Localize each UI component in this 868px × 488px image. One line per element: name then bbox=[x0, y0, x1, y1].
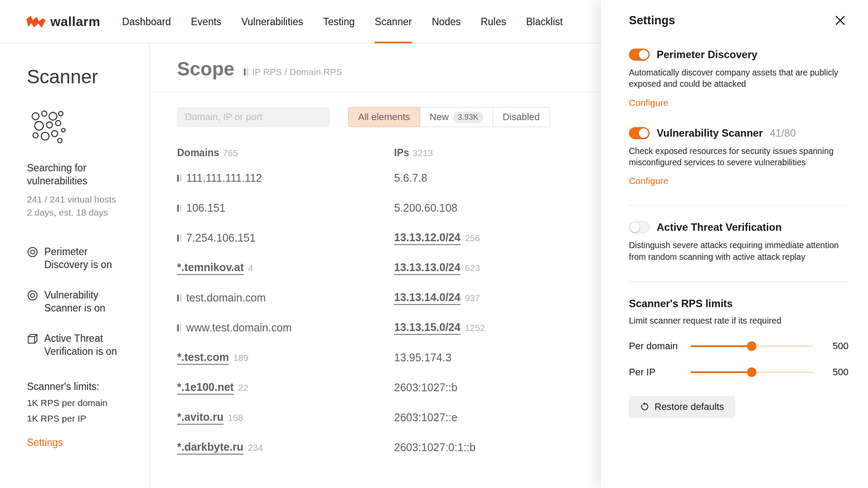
nav-item-rules[interactable]: Rules bbox=[480, 0, 506, 43]
slider-label: Per domain bbox=[629, 341, 686, 352]
settings-section-vulnerability-scanner: Vulnerability Scanner 41/80 Check expose… bbox=[629, 127, 848, 187]
section-counter: 41/80 bbox=[770, 127, 796, 139]
sidebar-item-perimeter-discovery-is-on: Perimeter Discovery is on bbox=[27, 246, 131, 272]
configure-link[interactable]: Configure bbox=[629, 98, 668, 108]
slider-fill bbox=[690, 371, 752, 373]
nav-item-events[interactable]: Events bbox=[191, 0, 221, 43]
sidebar-title: Scanner bbox=[27, 66, 137, 88]
slider-knob[interactable] bbox=[747, 341, 756, 351]
page-title: Scope bbox=[177, 58, 234, 80]
domain-row[interactable]: *.temnikov.at4 bbox=[177, 253, 394, 283]
row-count: 4 bbox=[248, 263, 253, 273]
ip-label: 13.13.13.0/24 bbox=[394, 261, 460, 275]
nav-item-blacklist[interactable]: Blacklist bbox=[526, 0, 562, 43]
wallarm-logo[interactable]: wallarm bbox=[26, 0, 100, 43]
domains-title: Domains bbox=[177, 147, 219, 158]
rings-icon bbox=[27, 290, 38, 315]
perimeter-discovery-toggle[interactable] bbox=[629, 49, 650, 61]
domain-label: www.test.domain.com bbox=[186, 321, 292, 334]
slider-knob[interactable] bbox=[747, 367, 756, 377]
settings-panel-header: Settings bbox=[629, 12, 848, 29]
ip-row[interactable]: 13.13.14.0/24937 bbox=[394, 283, 601, 313]
ip-label: 5.6.7.8 bbox=[394, 172, 427, 184]
per-domain-slider[interactable] bbox=[690, 341, 813, 351]
sidebar-item-label: Vulnerability Scanner is on bbox=[44, 289, 131, 315]
active-threat-verification-toggle[interactable] bbox=[629, 221, 650, 233]
domain-label: 7.254.106.151 bbox=[186, 232, 256, 244]
ip-row[interactable]: 5.200.60.108 bbox=[394, 193, 601, 223]
rps-slider-row: Per IP 500 bbox=[629, 367, 848, 378]
settings-title: Settings bbox=[629, 14, 675, 27]
row-count: 22 bbox=[238, 383, 248, 393]
cube-icon bbox=[27, 333, 38, 358]
close-button[interactable] bbox=[832, 12, 848, 29]
toggle-knob bbox=[639, 50, 648, 59]
configure-link[interactable]: Configure bbox=[629, 176, 668, 186]
domain-row[interactable]: *.1e100.net22 bbox=[177, 373, 394, 403]
toggle-knob bbox=[639, 128, 648, 138]
brand-name: wallarm bbox=[50, 14, 100, 29]
sidebar-item-label: Active Threat Verification is on bbox=[44, 332, 131, 358]
sidebar-item-active-threat-verification-is-on: Active Threat Verification is on bbox=[27, 332, 131, 358]
ip-row[interactable]: 2603:1027::e bbox=[394, 403, 601, 432]
restore-defaults-button[interactable]: Restore defaults bbox=[629, 396, 735, 418]
domain-row[interactable]: 111.111.111.112 bbox=[177, 163, 394, 193]
settings-section-active-threat-verification: Active Threat Verification Distinguish s… bbox=[629, 221, 848, 262]
rps-mode-toggle[interactable]: IP RPS / Domain RPS bbox=[244, 67, 342, 77]
ip-label: 2603:1027:0:1::b bbox=[394, 441, 476, 454]
rings-icon bbox=[27, 246, 38, 272]
restore-defaults-label: Restore defaults bbox=[654, 401, 724, 413]
limit-line: 1K RPS per IP bbox=[27, 413, 137, 424]
domain-row[interactable]: 7.254.106.151 bbox=[177, 223, 394, 253]
filter-all-elements[interactable]: All elements bbox=[348, 107, 420, 127]
limits-title: Scanner's limits: bbox=[27, 381, 137, 393]
row-count: 158 bbox=[228, 413, 243, 423]
rps-mode-label: IP RPS / Domain RPS bbox=[252, 67, 342, 77]
sidebar-limit-lines: 1K RPS per domain1K RPS per IP bbox=[27, 398, 137, 424]
ip-row[interactable]: 13.13.12.0/24256 bbox=[394, 223, 601, 253]
scan-status-text: Searching for vulnerabilities bbox=[27, 161, 118, 188]
filter-disabled[interactable]: Disabled bbox=[493, 107, 550, 127]
nav-item-dashboard[interactable]: Dashboard bbox=[122, 0, 171, 43]
wallarm-logo-icon bbox=[26, 15, 46, 28]
ip-label: 13.13.12.0/24 bbox=[394, 231, 460, 245]
section-title: Perimeter Discovery bbox=[657, 49, 757, 61]
section-description: Automatically discover company assets th… bbox=[629, 67, 846, 90]
domain-row[interactable]: 106.151 bbox=[177, 193, 394, 223]
domain-row[interactable]: *.avito.ru158 bbox=[177, 403, 394, 432]
domain-row[interactable]: www.test.domain.com bbox=[177, 313, 394, 343]
close-icon bbox=[835, 21, 846, 27]
domain-row[interactable]: *.darkbyte.ru234 bbox=[177, 432, 394, 462]
slider-label: Per IP bbox=[629, 367, 686, 378]
ip-row[interactable]: 2603:1027:0:1::b bbox=[394, 432, 601, 462]
divider bbox=[629, 205, 848, 206]
toggle-knob bbox=[630, 223, 640, 232]
status-bars-icon bbox=[177, 205, 181, 212]
settings-sections: Perimeter Discovery Automatically discov… bbox=[629, 49, 848, 282]
row-count: 1252 bbox=[465, 323, 485, 333]
nav-item-nodes[interactable]: Nodes bbox=[432, 0, 460, 43]
search-input[interactable] bbox=[177, 107, 330, 127]
vulnerability-scanner-toggle[interactable] bbox=[629, 127, 650, 139]
nav-item-scanner[interactable]: Scanner bbox=[375, 0, 412, 43]
per-ip-slider[interactable] bbox=[690, 367, 813, 377]
ip-row[interactable]: 13.95.174.3 bbox=[394, 343, 601, 373]
nav-item-testing[interactable]: Testing bbox=[323, 0, 355, 43]
ip-row[interactable]: 13.13.13.0/24623 bbox=[394, 253, 601, 283]
section-title: Vulnerability Scanner bbox=[657, 127, 763, 139]
settings-link[interactable]: Settings bbox=[27, 437, 63, 449]
scope-columns: Domains765 111.111.111.112106.1517.254.1… bbox=[177, 147, 601, 462]
domains-header: Domains765 bbox=[177, 147, 394, 159]
domains-count: 765 bbox=[223, 148, 238, 158]
section-title: Active Threat Verification bbox=[657, 221, 782, 233]
filter-new[interactable]: New3.93K bbox=[420, 107, 493, 127]
ip-row[interactable]: 2603:1027::b bbox=[394, 373, 601, 403]
status-bars-icon bbox=[177, 235, 181, 242]
ip-row[interactable]: 13.13.15.0/241252 bbox=[394, 313, 601, 343]
domain-row[interactable]: test.domain.com bbox=[177, 283, 394, 313]
ip-row[interactable]: 5.6.7.8 bbox=[394, 163, 601, 193]
nav-item-vulnerabilities[interactable]: Vulnerabilities bbox=[241, 0, 303, 43]
rps-limits-title: Scanner's RPS limits bbox=[629, 298, 848, 310]
domain-row[interactable]: *.test.com189 bbox=[177, 343, 394, 373]
row-count: 189 bbox=[233, 353, 248, 363]
